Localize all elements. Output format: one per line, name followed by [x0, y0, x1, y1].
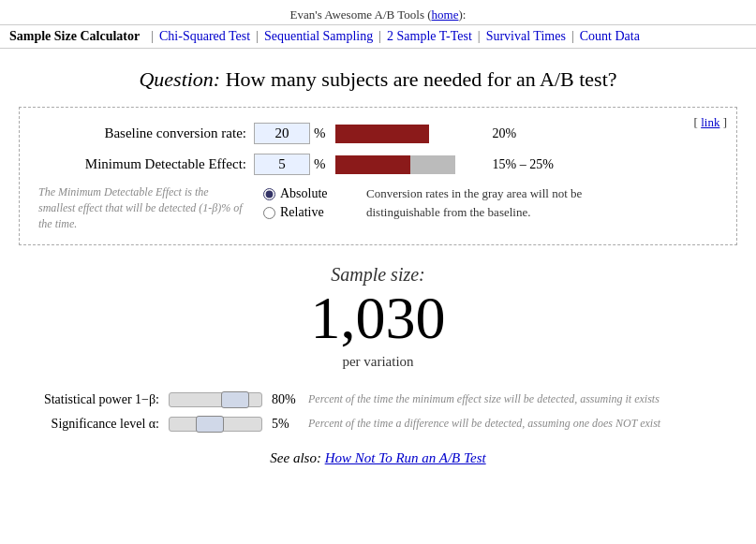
significance-desc: Percent of the time a difference will be… — [308, 417, 660, 431]
nav-active: Sample Size Calculator — [9, 29, 140, 44]
question-label: Question: — [139, 67, 220, 91]
baseline-pct: % — [314, 125, 326, 141]
see-also-link[interactable]: How Not To Run an A/B Test — [325, 450, 486, 465]
baseline-bar-label: 20% — [493, 126, 517, 141]
permalink[interactable]: link — [701, 115, 719, 129]
power-slider-row: Statistical power 1−β: 80% Percent of th… — [19, 392, 737, 407]
nav-survival[interactable]: Survival Times — [486, 29, 566, 44]
power-slider-thumb[interactable] — [221, 391, 249, 408]
power-desc: Percent of the time the minimum effect s… — [308, 392, 660, 406]
conversion-hint: Conversion rates in the gray area will n… — [357, 184, 619, 231]
power-slider-track[interactable] — [169, 392, 262, 407]
radio-absolute[interactable]: Absolute — [263, 186, 348, 201]
radio-absolute-input[interactable] — [263, 188, 275, 200]
see-also: See also: How Not To Run an A/B Test — [0, 450, 756, 466]
nav-bar: Sample Size Calculator | Chi-Squared Tes… — [0, 24, 756, 49]
mde-input[interactable] — [254, 154, 310, 175]
home-link[interactable]: home — [432, 7, 459, 22]
mde-hint: The Minimum Detectable Effect is the sma… — [38, 184, 254, 231]
radio-relative[interactable]: Relative — [263, 205, 348, 220]
baseline-row: Baseline conversion rate: % 20% — [38, 123, 718, 144]
mde-row: Minimum Detectable Effect: % 15% – 25% — [38, 154, 718, 175]
mde-label: Minimum Detectable Effect: — [38, 156, 254, 172]
nav-count-data[interactable]: Count Data — [580, 29, 640, 44]
radio-group: Absolute Relative — [263, 186, 348, 231]
nav-sequential[interactable]: Sequential Sampling — [264, 29, 373, 44]
baseline-bar-area: 20% — [335, 124, 719, 144]
baseline-bar — [335, 125, 429, 143]
bottom-hint-row: The Minimum Detectable Effect is the sma… — [38, 184, 718, 231]
page-question: Question: How many subjects are needed f… — [0, 67, 756, 92]
sample-size-section: Sample size: 1,030 per variation — [0, 264, 756, 369]
significance-slider-track[interactable] — [169, 417, 262, 432]
mde-gray-bar — [410, 155, 455, 174]
power-value: 80% — [272, 392, 304, 407]
mde-pct: % — [314, 156, 326, 172]
baseline-label: Baseline conversion rate: — [38, 125, 254, 141]
mde-bar-container — [335, 154, 485, 175]
radio-absolute-label: Absolute — [280, 186, 328, 201]
significance-value: 5% — [272, 417, 304, 432]
top-bar: Evan's Awesome A/B Tools (home): — [0, 0, 756, 24]
significance-slider-row: Significance level α: 5% Percent of the … — [19, 417, 737, 432]
sliders-section: Statistical power 1−β: 80% Percent of th… — [19, 392, 737, 432]
radio-relative-label: Relative — [280, 205, 324, 220]
main-input-box: [ link ] Baseline conversion rate: % 20%… — [19, 107, 737, 245]
permalink-area: [ link ] — [694, 115, 727, 130]
see-also-prefix: See also: — [270, 450, 321, 465]
site-tagline: Evan's Awesome A/B Tools — [290, 7, 424, 22]
mde-red-bar — [335, 155, 410, 174]
nav-ttest[interactable]: 2 Sample T-Test — [387, 29, 472, 44]
significance-label: Significance level α: — [19, 417, 169, 432]
baseline-bar-container — [335, 124, 485, 144]
radio-relative-input[interactable] — [263, 207, 275, 219]
mde-bar-label: 15% – 25% — [493, 157, 554, 172]
mde-bar-area: 15% – 25% — [335, 154, 719, 175]
sample-size-number: 1,030 — [0, 286, 756, 351]
baseline-input[interactable] — [254, 123, 310, 144]
sample-size-label: Sample size: — [0, 264, 756, 286]
significance-slider-thumb[interactable] — [196, 416, 224, 433]
per-variation: per variation — [0, 354, 756, 370]
power-label: Statistical power 1−β: — [19, 392, 169, 407]
nav-chi-squared[interactable]: Chi-Squared Test — [159, 29, 250, 44]
question-text: How many subjects are needed for an A/B … — [220, 67, 616, 91]
